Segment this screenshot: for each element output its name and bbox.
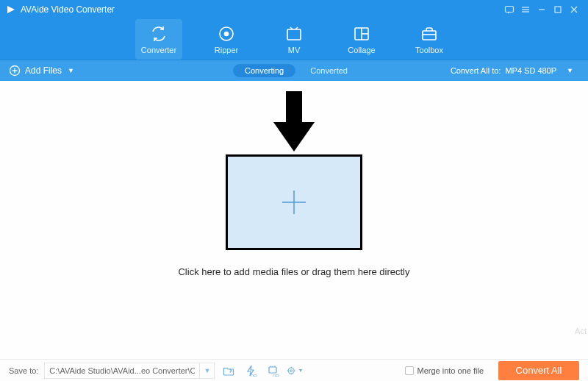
tab-label: Converter	[141, 46, 176, 54]
svg-point-30	[289, 368, 295, 374]
checkbox-icon	[405, 366, 414, 375]
ripper-icon	[218, 25, 235, 43]
save-path-input[interactable]	[45, 363, 199, 378]
drop-hint: Click here to add media files or drag th…	[0, 266, 588, 277]
close-icon[interactable]	[566, 1, 582, 18]
open-folder-button[interactable]	[220, 363, 237, 378]
converting-tab[interactable]: Converting	[233, 64, 295, 77]
svg-rect-25	[269, 367, 276, 373]
svg-point-31	[290, 369, 293, 371]
add-files-button[interactable]: Add Files ▼	[9, 65, 74, 76]
chevron-down-icon: ▼	[68, 67, 74, 74]
watermark: Act	[575, 327, 587, 335]
title-bar: AVAide Video Converter	[0, 0, 588, 19]
maximize-icon[interactable]	[550, 1, 566, 18]
save-path-dropdown[interactable]: ▼	[199, 363, 214, 378]
svg-marker-0	[7, 6, 15, 13]
gpu-accel-button[interactable]: OFF	[265, 363, 281, 378]
add-files-label: Add Files	[25, 65, 62, 76]
merge-checkbox[interactable]: Merge into one file	[405, 366, 484, 375]
main-tabs: Converter Ripper MV Collage Toolbox	[0, 19, 588, 60]
merge-label: Merge into one file	[417, 366, 484, 375]
app-title: AVAide Video Converter	[21, 4, 115, 15]
chevron-down-icon: ▼	[561, 65, 579, 76]
svg-rect-1	[506, 7, 514, 13]
convert-all-button[interactable]: Convert All	[498, 361, 579, 380]
chevron-down-icon: ▼	[298, 368, 303, 373]
svg-marker-21	[273, 122, 315, 152]
app-logo-icon	[6, 4, 16, 15]
tab-label: Ripper	[215, 46, 238, 54]
save-to-label: Save to:	[9, 366, 38, 375]
convert-all-to-label: Convert All to:	[451, 66, 501, 75]
svg-text:OFF: OFF	[251, 374, 257, 377]
toolbox-icon	[420, 25, 438, 43]
tab-mv[interactable]: MV	[270, 19, 318, 60]
tab-ripper[interactable]: Ripper	[203, 19, 250, 60]
format-selected: MP4 SD 480P	[505, 66, 556, 75]
arrow-down-icon	[273, 91, 315, 157]
minimize-icon[interactable]	[534, 1, 550, 18]
svg-rect-20	[286, 91, 302, 122]
hardware-accel-button[interactable]: OFF	[243, 363, 259, 378]
mv-icon	[285, 25, 303, 43]
format-dropdown[interactable]: MP4 SD 480P ▼	[505, 65, 579, 76]
tab-label: Collage	[348, 46, 375, 54]
tab-toolbox[interactable]: Toolbox	[406, 19, 453, 60]
menu-icon[interactable]	[517, 1, 534, 18]
feedback-icon[interactable]	[501, 1, 517, 18]
plus-circle-icon	[9, 65, 21, 76]
svg-text:OFF: OFF	[273, 374, 279, 377]
svg-point-10	[225, 32, 229, 35]
settings-button[interactable]: ▼	[287, 363, 303, 378]
svg-rect-15	[423, 31, 436, 40]
footer-bar: Save to: ▼ OFF OFF ▼ Merge into one file…	[0, 359, 588, 381]
converted-tab[interactable]: Converted	[303, 64, 355, 77]
svg-rect-6	[555, 7, 561, 13]
tab-label: Toolbox	[415, 46, 443, 54]
drop-area: Click here to add media files or drag th…	[0, 81, 588, 359]
plus-icon	[278, 186, 310, 218]
tab-label: MV	[288, 46, 301, 54]
save-path-box: ▼	[44, 363, 215, 379]
tab-collage[interactable]: Collage	[338, 19, 385, 60]
svg-rect-11	[287, 29, 301, 40]
sub-bar: Add Files ▼ Converting Converted Convert…	[0, 60, 588, 81]
collage-icon	[353, 25, 370, 43]
converter-icon	[150, 25, 168, 43]
tab-converter[interactable]: Converter	[135, 19, 182, 60]
add-media-dropzone[interactable]	[226, 154, 362, 250]
